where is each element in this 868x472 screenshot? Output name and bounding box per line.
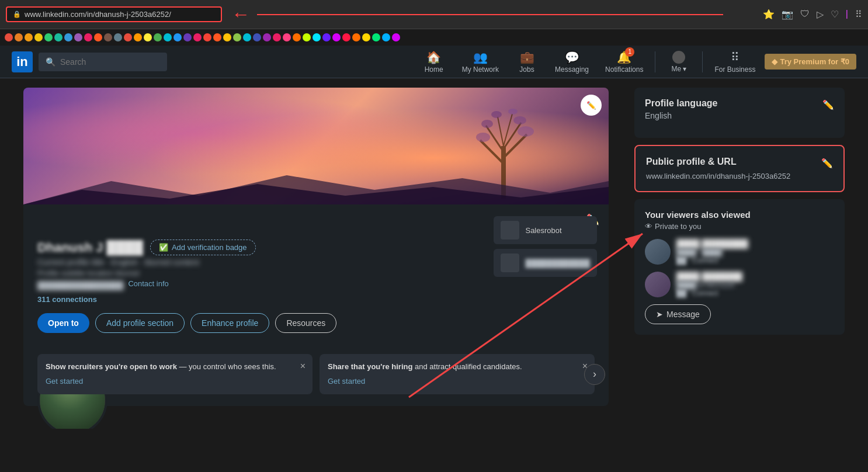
red-arrow-line — [257, 14, 723, 15]
nav-me[interactable]: Me ▾ — [660, 47, 697, 77]
sidebar: Profile language ✏️ English Public profi… — [634, 88, 845, 419]
contact-info-link[interactable]: Contact info — [128, 279, 168, 288]
nav-divider2 — [702, 51, 703, 72]
viewer-2-name: ████ ███████ — [676, 272, 742, 281]
grid-icon: ⠿ — [731, 50, 739, 64]
bookmark-dot — [362, 33, 370, 41]
lock-icon: 🔒 — [13, 11, 21, 18]
bookmark-dot — [253, 33, 261, 41]
puzzle-icon: ⠿ — [855, 9, 862, 20]
nav-notifications-label: Notifications — [605, 65, 643, 74]
nav-jobs[interactable]: 💼 Jobs — [508, 47, 546, 77]
add-profile-section-button[interactable]: Add profile section — [95, 313, 185, 333]
notif-card-1-link[interactable]: Get started — [46, 377, 83, 386]
bookmark-dot — [44, 33, 53, 41]
viewer-2-connect: ██ · Connect — [676, 289, 742, 297]
notif-card-hiring: Share that you're hiring and attract qua… — [320, 354, 595, 394]
profile-language-value: English — [645, 111, 834, 120]
notif-card-1-title-em: — you control who sees this. — [179, 362, 276, 371]
profile-language-title: Profile language — [645, 98, 717, 109]
notifications-icon: 🔔 1 — [617, 50, 631, 64]
bookmark-dot — [34, 33, 43, 41]
red-arrow-url: ← — [231, 4, 250, 25]
enhance-profile-button[interactable]: Enhance profile — [190, 313, 269, 333]
bookmark-dot — [332, 33, 341, 41]
search-input[interactable] — [60, 57, 159, 67]
nav-me-label: Me ▾ — [671, 65, 686, 73]
linkedin-logo[interactable]: in — [12, 51, 33, 72]
bookmark-dot — [263, 33, 271, 41]
bookmark-dot — [322, 33, 331, 41]
profile-language-card: Profile language ✏️ English — [634, 88, 845, 138]
profile-language-edit-button[interactable]: ✏️ — [822, 99, 834, 110]
home-icon: 🏠 — [426, 50, 441, 64]
edit-banner-button[interactable]: ✏️ — [581, 95, 602, 116]
viewer-item-1: ████ ████████ ████ · ████ ██ · Connect — [645, 239, 834, 265]
notif-card-2-title-strong: Share that you're hiring — [328, 362, 412, 371]
public-profile-edit-button[interactable]: ✏️ — [821, 158, 833, 169]
public-profile-url: www.linkedin.com/in/dhanush-j-2503a6252 — [646, 172, 833, 181]
browser-toolbar: ⭐ 📷 🛡 ▷ ♡ | ⠿ — [763, 9, 862, 20]
notif-next-button[interactable]: › — [584, 364, 605, 385]
nav-my-network[interactable]: 👥 My Network — [455, 47, 506, 77]
add-verification-badge-button[interactable]: ✅ Add verification badge — [150, 240, 256, 255]
nav-my-network-label: My Network — [462, 65, 499, 74]
bookmark-dot — [392, 33, 400, 41]
viewer-2-info: ████ ███████ ████ at Microsoft ██ · Conn… — [676, 272, 742, 297]
svg-point-12 — [508, 109, 518, 114]
search-bar[interactable]: 🔍 — [39, 53, 167, 71]
bookmark-dot — [64, 33, 72, 41]
message-button[interactable]: ➤ Message — [645, 304, 711, 324]
eye-icon: 👁 — [645, 222, 652, 231]
bookmark-dot — [5, 33, 13, 41]
nav-notifications[interactable]: 🔔 1 Notifications — [598, 47, 650, 77]
nav-home[interactable]: 🏠 Home — [415, 47, 453, 77]
bookmark-dot — [124, 33, 132, 41]
nav-messaging[interactable]: 💬 Messaging — [548, 47, 596, 77]
profile-column: ✏️ ✏️ Salesrobot ████████████ — [23, 88, 609, 419]
bookmark-dot — [183, 33, 192, 41]
premium-icon: ◆ — [772, 57, 777, 66]
public-profile-title: Public profile & URL — [646, 157, 737, 167]
nav-items: 🏠 Home 👥 My Network 💼 Jobs 💬 Messaging 🔔… — [415, 47, 856, 77]
url-text: www.linkedin.com/in/dhanush-j-2503a6252/ — [25, 10, 171, 19]
profile-title: Current profile title · English · blurre… — [37, 258, 595, 267]
bookmark-dot — [144, 33, 152, 41]
viewer-1-info: ████ ████████ ████ · ████ ██ · Connect — [676, 239, 748, 265]
notif-card-1-close[interactable]: × — [300, 361, 305, 372]
bookmark-dot — [114, 33, 122, 41]
address-bar[interactable]: 🔒 www.linkedin.com/in/dhanush-j-2503a625… — [6, 6, 222, 22]
svg-point-9 — [481, 120, 493, 128]
nav-premium[interactable]: ◆ Try Premium for ₹0 — [765, 54, 856, 70]
verify-badge-label: Add verification badge — [172, 243, 247, 252]
public-profile-header: Public profile & URL ✏️ — [646, 157, 833, 169]
nav-divider — [655, 51, 655, 72]
public-profile-card: Public profile & URL ✏️ www.linkedin.com… — [634, 145, 845, 192]
messaging-icon: 💬 — [565, 50, 579, 64]
contact-row: ████████████████ Contact info — [37, 279, 595, 291]
svg-point-11 — [491, 111, 502, 118]
viewer-2-avatar — [645, 272, 671, 297]
profile-card: ✏️ ✏️ Salesrobot ████████████ — [23, 88, 609, 406]
open-to-button[interactable]: Open to — [37, 313, 89, 333]
resources-button[interactable]: Resources — [275, 313, 336, 333]
notification-badge: 1 — [625, 47, 634, 57]
viewer-2-role: ████ at Microsoft — [676, 281, 742, 289]
nav-for-business[interactable]: ⠿ For Business — [707, 47, 762, 77]
notif-card-1-title: Show recruiters you're open to work — yo… — [46, 362, 291, 371]
connections-count[interactable]: 311 connections — [37, 295, 595, 304]
bookmark-dot — [164, 33, 172, 41]
bookmark-dot — [243, 33, 251, 41]
action-buttons: Open to Add profile section Enhance prof… — [37, 313, 595, 333]
search-icon: 🔍 — [46, 57, 55, 67]
nav-messaging-label: Messaging — [555, 65, 589, 74]
bookmark-dot — [104, 33, 112, 41]
send-icon: ▷ — [817, 9, 824, 20]
message-icon: ➤ — [656, 310, 663, 319]
linkedin-navbar: in 🔍 🏠 Home 👥 My Network 💼 Jobs 💬 Messag… — [0, 46, 868, 78]
viewers-card: Your viewers also viewed 👁 Private to yo… — [634, 199, 845, 335]
bookmark-dot — [372, 33, 380, 41]
bookmark-dot — [352, 33, 360, 41]
notif-card-2-link[interactable]: Get started — [328, 377, 365, 386]
nav-for-business-label: For Business — [714, 65, 755, 74]
